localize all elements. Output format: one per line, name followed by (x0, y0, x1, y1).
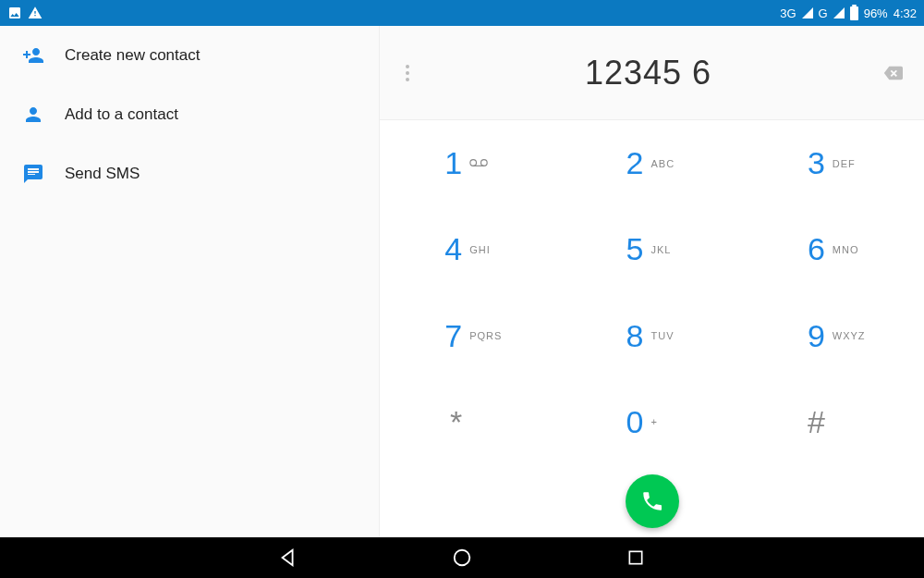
key-7[interactable]: 7 PQRS (380, 293, 561, 379)
person-icon (20, 102, 46, 128)
more-options-button[interactable] (396, 62, 419, 84)
status-bar: 3G G 96% 4:32 (0, 0, 924, 26)
key-digit: * (434, 404, 462, 440)
key-digit: # (797, 404, 825, 440)
dial-pad: 1 2 ABC 3 DEF 4 GHI 5 (380, 120, 924, 465)
clock: 4:32 (894, 6, 917, 20)
key-digit: 5 (615, 231, 643, 267)
network-3g-label: 3G (780, 6, 796, 20)
send-sms-option[interactable]: Send SMS (0, 144, 379, 203)
call-button[interactable] (626, 474, 679, 528)
sms-icon (20, 161, 46, 187)
key-digit: 3 (797, 145, 825, 181)
svg-point-0 (470, 159, 477, 166)
alert-icon (28, 6, 43, 20)
key-letters: MNO (833, 244, 869, 255)
key-letters: GHI (469, 244, 506, 255)
key-digit: 4 (434, 231, 462, 267)
key-letters: PQRS (469, 330, 506, 341)
dialed-number: 12345 6 (419, 54, 878, 92)
key-3[interactable]: 3 DEF (743, 120, 924, 206)
signal-icon-2 (833, 7, 845, 18)
key-letters: TUV (650, 330, 687, 341)
key-4[interactable]: 4 GHI (380, 206, 561, 292)
recent-apps-button[interactable] (623, 545, 649, 571)
add-person-icon (20, 43, 46, 68)
key-digit: 2 (615, 145, 643, 181)
key-digit: 1 (434, 145, 462, 181)
create-new-contact-label: Create new contact (65, 46, 200, 65)
key-digit: 8 (615, 318, 643, 354)
key-8[interactable]: 8 TUV (561, 293, 742, 379)
key-1[interactable]: 1 (380, 120, 561, 206)
network-g-label: G (819, 6, 828, 20)
create-new-contact-option[interactable]: Create new contact (0, 26, 379, 85)
key-pound[interactable]: # (743, 379, 924, 465)
key-6[interactable]: 6 MNO (743, 206, 924, 292)
key-digit: 7 (434, 318, 462, 354)
suggestions-panel: Create new contact Add to a contact Send… (0, 26, 379, 537)
photo-icon (7, 6, 22, 20)
battery-icon (850, 6, 858, 20)
send-sms-label: Send SMS (65, 165, 140, 183)
key-5[interactable]: 5 JKL (561, 206, 742, 292)
key-letters: DEF (833, 158, 869, 169)
svg-point-3 (455, 550, 470, 566)
back-button[interactable] (275, 545, 301, 571)
key-star[interactable]: * (380, 379, 561, 465)
key-digit: 6 (797, 231, 825, 267)
home-button[interactable] (449, 545, 475, 571)
key-letters: ABC (650, 158, 687, 169)
svg-point-1 (481, 159, 488, 166)
add-to-contact-option[interactable]: Add to a contact (0, 85, 379, 144)
key-9[interactable]: 9 WXYZ (743, 293, 924, 379)
svg-rect-4 (629, 551, 641, 563)
key-digit: 9 (797, 318, 825, 354)
key-0[interactable]: 0 + (561, 379, 742, 465)
key-2[interactable]: 2 ABC (561, 120, 742, 206)
add-to-contact-label: Add to a contact (65, 105, 178, 124)
key-letters: WXYZ (833, 330, 869, 341)
backspace-button[interactable] (878, 62, 907, 84)
navigation-bar (0, 537, 924, 578)
voicemail-icon (469, 157, 506, 170)
dialer-panel: 12345 6 1 2 ABC 3 DEF (379, 26, 924, 537)
key-digit: 0 (615, 404, 643, 440)
battery-percent: 96% (864, 6, 888, 20)
key-letters: JKL (650, 244, 687, 255)
signal-icon-1 (802, 7, 813, 18)
key-letters: + (650, 416, 687, 427)
